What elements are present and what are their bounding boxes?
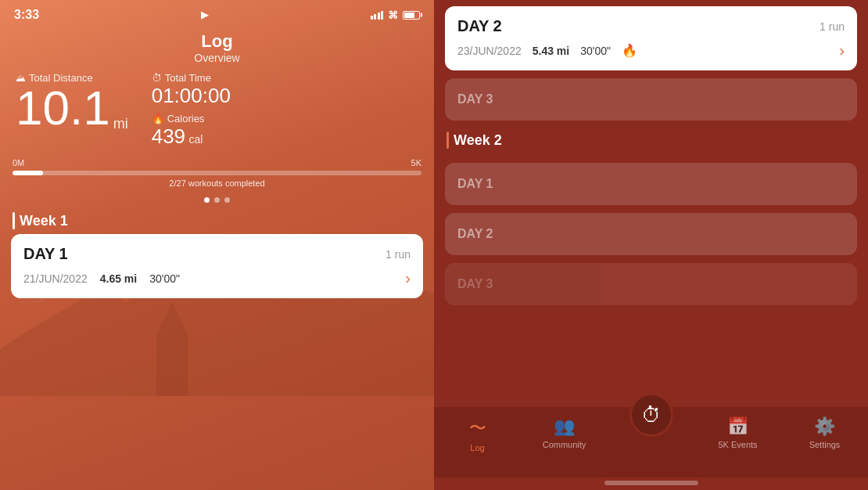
signal-bars-icon xyxy=(371,11,384,20)
day3-card[interactable]: DAY 3 xyxy=(445,78,857,121)
events-label: 5K Events xyxy=(718,440,757,449)
week2-day2-title: DAY 2 xyxy=(457,227,493,240)
day1-card[interactable]: DAY 1 1 run 21/JUN/2022 4.65 mi 30'00" › xyxy=(11,234,423,298)
day1-run-count: 1 run xyxy=(386,248,411,261)
day2-card[interactable]: DAY 2 1 run 23/JUN/2022 5.43 mi 30'00" 🔥… xyxy=(445,6,857,70)
day1-details: 21/JUN/2022 4.65 mi 30'00" › xyxy=(23,269,411,287)
time-value: 01:00:00 xyxy=(152,84,231,108)
week2-accent xyxy=(447,132,449,149)
day2-chevron-icon[interactable]: › xyxy=(839,41,845,59)
day1-header: DAY 1 1 run xyxy=(23,245,411,263)
clock-icon: ⏱ xyxy=(152,72,162,84)
dot-1 xyxy=(204,197,210,203)
left-panel: 3:33 ▶ ⌘ Log Overview xyxy=(0,0,434,490)
left-header: Log Overview xyxy=(0,25,434,72)
home-indicator xyxy=(604,481,698,485)
progress-end: 5K xyxy=(411,158,421,168)
right-scroll-area[interactable]: DAY 2 1 run 23/JUN/2022 5.43 mi 30'00" 🔥… xyxy=(434,0,868,407)
flame-label-icon: 🔥 xyxy=(152,113,164,124)
status-time: 3:33 xyxy=(14,8,39,22)
timer-icon: ⏱ xyxy=(641,403,662,427)
progress-subtitle: 2/27 workouts completed xyxy=(13,178,421,188)
day2-details: 23/JUN/2022 5.43 mi 30'00" 🔥 › xyxy=(457,41,845,59)
progress-labels: 0M 5K xyxy=(13,158,421,168)
day2-title: DAY 2 xyxy=(457,17,502,35)
community-icon: 👥 xyxy=(554,416,575,437)
week2-day1-card[interactable]: DAY 1 xyxy=(445,163,857,205)
week2-day2-card[interactable]: DAY 2 xyxy=(445,213,857,255)
dot-3 xyxy=(224,197,230,203)
tab-community[interactable]: 👥 Community xyxy=(533,416,596,449)
status-icons: ⌘ xyxy=(371,9,421,21)
distance-label: ⛰ Total Distance xyxy=(16,72,128,84)
distance-value: 10.1 xyxy=(16,84,110,132)
status-bar: 3:33 ▶ ⌘ xyxy=(0,0,434,25)
calories-unit: cal xyxy=(189,133,203,146)
progress-start: 0M xyxy=(13,158,24,168)
week2-day3-title: DAY 3 xyxy=(457,277,493,290)
day3-title: DAY 3 xyxy=(457,92,493,106)
progress-fill xyxy=(13,171,43,175)
day1-chevron-icon[interactable]: › xyxy=(405,269,411,287)
distance-stat: ⛰ Total Distance 10.1 mi xyxy=(16,72,128,132)
tab-events[interactable]: 📅 5K Events xyxy=(707,416,769,449)
settings-icon: ⚙️ xyxy=(814,416,835,437)
tab-settings[interactable]: ⚙️ Settings xyxy=(794,416,856,449)
day2-distance: 5.43 mi xyxy=(533,45,569,57)
settings-label: Settings xyxy=(809,440,841,449)
day1-title: DAY 1 xyxy=(23,245,68,263)
week2-label: Week 2 xyxy=(445,132,857,155)
week-accent xyxy=(13,212,15,229)
tab-log[interactable]: 〜 Log xyxy=(447,416,509,452)
battery-icon xyxy=(403,11,420,20)
timer-circle: ⏱ xyxy=(629,393,673,437)
week1-label: Week 1 xyxy=(0,207,434,234)
overview-label: Overview xyxy=(0,52,434,64)
day2-date: 23/JUN/2022 xyxy=(457,45,522,57)
calories-label: 🔥 Calories xyxy=(152,113,231,124)
week2-section: Week 2 DAY 1 DAY 2 DAY 3 xyxy=(445,132,857,305)
day2-header: DAY 2 1 run xyxy=(457,17,845,35)
stats-section: ⛰ Total Distance 10.1 mi ⏱ Total Time 01… xyxy=(0,72,434,149)
distance-unit: mi xyxy=(113,116,128,132)
tab-bar: 〜 Log 👥 Community ⏱ 📅 5K Events ⚙️ Setti… xyxy=(434,407,868,477)
day2-flame-icon: 🔥 xyxy=(622,43,637,58)
wifi-icon: ⌘ xyxy=(388,9,398,21)
mountain-icon: ⛰ xyxy=(16,72,26,84)
week2-day1-title: DAY 1 xyxy=(457,177,493,190)
events-icon: 📅 xyxy=(727,416,748,437)
calories-value: 439 xyxy=(152,124,185,148)
dot-2 xyxy=(214,197,220,203)
day1-date: 21/JUN/2022 xyxy=(23,272,88,285)
location-icon: ▶ xyxy=(201,9,208,20)
week2-day3-card[interactable]: DAY 3 xyxy=(445,263,857,305)
day1-time: 30'00" xyxy=(149,272,180,285)
right-panel: DAY 2 1 run 23/JUN/2022 5.43 mi 30'00" 🔥… xyxy=(434,0,868,490)
stats-row: ⛰ Total Distance 10.1 mi ⏱ Total Time 01… xyxy=(16,72,418,149)
log-label: Log xyxy=(470,443,484,452)
page-dots xyxy=(0,193,434,207)
day2-run-count: 1 run xyxy=(820,20,845,33)
time-calories-stat: ⏱ Total Time 01:00:00 🔥 Calories 439 cal xyxy=(152,72,231,149)
log-title: Log xyxy=(0,31,434,52)
tab-timer[interactable]: ⏱ xyxy=(620,409,683,437)
community-label: Community xyxy=(543,440,586,449)
day1-distance: 4.65 mi xyxy=(100,272,137,285)
calories-row: 🔥 Calories 439 cal xyxy=(152,113,231,149)
progress-section: 0M 5K 2/27 workouts completed xyxy=(0,149,434,193)
day2-time: 30'00" xyxy=(580,45,611,57)
time-label: ⏱ Total Time xyxy=(152,72,231,84)
progress-bar xyxy=(13,171,421,175)
log-icon: 〜 xyxy=(469,416,486,440)
